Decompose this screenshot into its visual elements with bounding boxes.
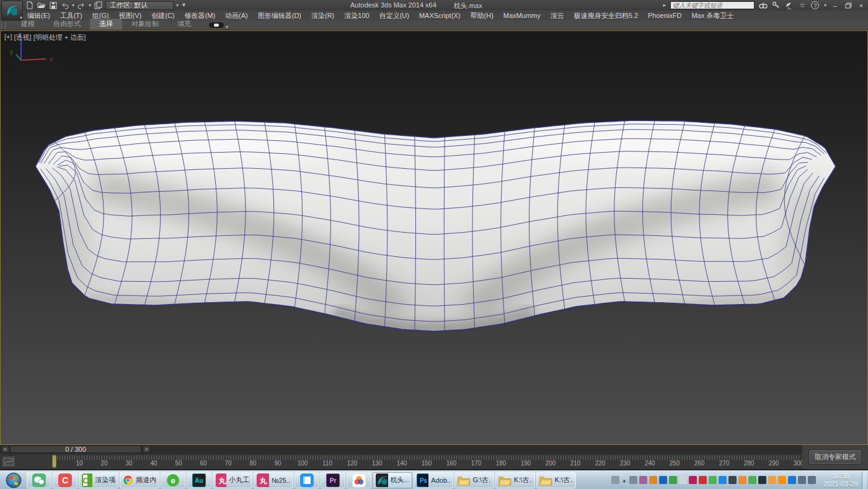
- nvidia-tray-icon[interactable]: [639, 476, 647, 484]
- camtasia-project-window[interactable]: C渲染项...: [79, 472, 118, 488]
- ribbon-minimize-button[interactable]: [209, 22, 224, 28]
- new-scene-icon[interactable]: [25, 1, 34, 10]
- ruler-label-120: 120: [347, 460, 358, 467]
- camera-orange-icon[interactable]: [768, 476, 776, 484]
- camtasia-button[interactable]: C: [53, 472, 78, 488]
- video-editor-button[interactable]: [294, 472, 319, 488]
- wechat-button[interactable]: [27, 472, 51, 488]
- flame-icon[interactable]: [778, 476, 786, 484]
- restore-button[interactable]: [844, 1, 852, 9]
- undo-icon[interactable]: [60, 1, 69, 10]
- ruler-label-110: 110: [322, 460, 332, 467]
- search-binoculars-icon[interactable]: [759, 1, 768, 10]
- speaker-icon[interactable]: [798, 476, 806, 484]
- undo-dropdown-caret[interactable]: ▾: [72, 3, 74, 8]
- orange-utility-icon[interactable]: [649, 476, 657, 484]
- sync-blue-icon[interactable]: [719, 476, 727, 484]
- redo-icon[interactable]: [77, 1, 86, 10]
- hidden-icons-caret[interactable]: ▴: [621, 477, 627, 483]
- infocenter-arrow-icon[interactable]: ▸: [663, 2, 666, 8]
- redo-dropdown-caret[interactable]: ▾: [89, 3, 91, 8]
- audition-button[interactable]: Au: [187, 472, 211, 488]
- menu-item-14[interactable]: 渲云: [546, 11, 569, 20]
- track-bar[interactable]: 0102030405060708090100110120130140150160…: [0, 454, 802, 469]
- communication-center-icon[interactable]: [785, 1, 794, 10]
- close-button[interactable]: ×: [857, 1, 866, 9]
- menu-item-8[interactable]: 渲染(R): [306, 11, 339, 20]
- explorer-window-g[interactable]: G:\古...: [454, 472, 494, 488]
- mini-curve-editor-button[interactable]: [1, 455, 16, 468]
- next-frame-button[interactable]: >: [143, 446, 151, 453]
- toolbar-grip[interactable]: [1, 22, 6, 29]
- menu-item-16[interactable]: PhoenixFD: [643, 12, 686, 19]
- media-circles-tray-icon[interactable]: [679, 476, 687, 484]
- svg-text:丸: 丸: [259, 477, 267, 485]
- orange-box-icon[interactable]: [738, 476, 746, 484]
- minimize-button[interactable]: –: [831, 1, 839, 9]
- menu-item-10[interactable]: 自定义(U): [374, 11, 414, 20]
- chrome-window[interactable]: 频道内...: [120, 472, 159, 488]
- ribbon-tab-3[interactable]: 对象绘制: [122, 19, 168, 30]
- menu-item-7[interactable]: 图形编辑器(D): [253, 11, 306, 20]
- open-file-icon[interactable]: [37, 1, 46, 10]
- input-method-icon[interactable]: [611, 476, 619, 484]
- menu-item-13[interactable]: MaxMummy: [498, 12, 546, 19]
- ribbon-tab-1[interactable]: 自由形式: [44, 19, 90, 30]
- wechat-tray-icon[interactable]: [709, 476, 717, 484]
- svg-text:C: C: [82, 476, 89, 485]
- menu-item-15[interactable]: 极速瘦身安全归档5.2: [569, 11, 643, 20]
- ribbon-tab-4[interactable]: 填充: [168, 19, 200, 30]
- premiere-button[interactable]: Pr: [321, 472, 345, 488]
- menu-item-17[interactable]: Max 杀毒卫士: [686, 11, 738, 20]
- ribbon-options-caret[interactable]: ▾: [226, 25, 228, 30]
- viewport-menu-shading[interactable]: [明暗处理 + 边面]: [33, 33, 86, 42]
- project-folder-icon[interactable]: [94, 1, 103, 10]
- c-green-icon[interactable]: [669, 476, 677, 484]
- logo-dropdown-caret[interactable]: ▾: [20, 16, 22, 20]
- cancel-expert-mode-button[interactable]: 取消专家模式: [809, 450, 861, 464]
- e-blue-icon[interactable]: [788, 476, 796, 484]
- workspace-dropdown-caret[interactable]: ▾: [176, 3, 179, 8]
- xiaowan-tool-window[interactable]: 丸小丸工...: [213, 472, 252, 488]
- taskbar-clock[interactable]: 16:38 2021-03-29: [823, 472, 858, 488]
- network-icon[interactable]: [808, 476, 816, 484]
- show-desktop-button[interactable]: [862, 472, 867, 489]
- chat-black-icon[interactable]: [728, 476, 737, 484]
- save-file-icon[interactable]: [48, 1, 58, 10]
- xiaowan-tool-window-2[interactable]: 丸№25...: [254, 472, 293, 488]
- help-icon[interactable]: ?: [811, 1, 820, 10]
- previous-frame-button[interactable]: <: [1, 446, 9, 453]
- shield-green-icon[interactable]: [748, 476, 756, 484]
- photoshop-window[interactable]: PsAdob...: [414, 472, 453, 488]
- browser-360-button[interactable]: e: [161, 472, 185, 488]
- menu-item-12[interactable]: 帮助(H): [466, 11, 498, 20]
- k-blue-icon[interactable]: [659, 476, 667, 484]
- taskbar-button-label: 小丸工...: [229, 475, 249, 485]
- wan-red-tray-icon[interactable]: [689, 476, 697, 484]
- search-input[interactable]: [670, 1, 755, 9]
- media-circles-button[interactable]: [347, 472, 371, 488]
- menu-item-11[interactable]: MAXScript(X): [414, 12, 466, 19]
- favorites-star-icon[interactable]: ☆: [798, 1, 807, 10]
- viewport-menu-view[interactable]: [透视]: [14, 33, 32, 42]
- pdf-icon[interactable]: [699, 476, 707, 484]
- key-icon[interactable]: [772, 1, 781, 10]
- perspective-viewport[interactable]: [+] [透视] [明暗处理 + 边面] z x y: [0, 30, 868, 445]
- start-button[interactable]: [2, 472, 25, 488]
- frame-counter[interactable]: 0 / 300: [10, 446, 141, 453]
- workspace-selector[interactable]: 工作区: 默认: [105, 1, 174, 10]
- toolbar-flyout-caret[interactable]: ▼: [181, 2, 187, 8]
- menu-item-6[interactable]: 动画(A): [220, 11, 253, 20]
- snowflake-icon[interactable]: [629, 476, 637, 484]
- menu-item-9[interactable]: 渲染100: [339, 11, 374, 20]
- explorer-window-k2[interactable]: K:\古...: [536, 472, 576, 488]
- 3dsmax-window[interactable]: 枕头....: [373, 472, 412, 488]
- ribbon-tab-2[interactable]: 选择: [90, 19, 122, 30]
- screen-record-icon[interactable]: [758, 476, 766, 484]
- folder-icon: [539, 474, 552, 487]
- app-logo-button[interactable]: ▾: [1, 1, 23, 20]
- viewport-menu-plus[interactable]: [+]: [4, 33, 12, 42]
- pillow-model-render[interactable]: [0, 30, 868, 445]
- help-dropdown-caret[interactable]: ▾: [824, 3, 826, 8]
- explorer-window-k1[interactable]: K:\古...: [495, 472, 535, 488]
